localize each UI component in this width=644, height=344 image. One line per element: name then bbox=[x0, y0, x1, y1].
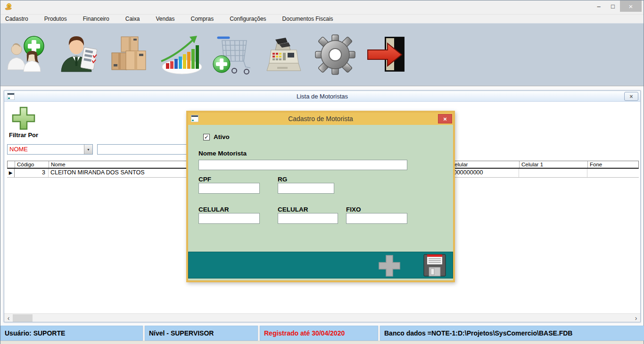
products-boxes-icon bbox=[107, 32, 152, 77]
drivers-list-close-button[interactable]: × bbox=[624, 92, 638, 101]
toolbar-button-settings[interactable] bbox=[312, 30, 359, 79]
ativo-label: Ativo bbox=[214, 133, 230, 140]
status-user-text: Usuário: SUPORTE bbox=[5, 329, 65, 337]
fixo-label: FIXO bbox=[346, 206, 361, 213]
exit-door-icon bbox=[364, 32, 409, 77]
scroll-right-icon[interactable]: › bbox=[632, 314, 640, 322]
toolbar-button-exit[interactable] bbox=[363, 30, 410, 79]
header-celular[interactable]: Celular bbox=[449, 161, 520, 168]
menu-bar: Cadastro Produtos Financeiro Caixa Venda… bbox=[0, 14, 644, 23]
driver-registration-dialog: Cadastro de Motorista × ✓ Ativo Nome Mot… bbox=[186, 111, 455, 282]
toolbar-button-purchases[interactable] bbox=[209, 30, 256, 79]
toolbar-button-sales[interactable] bbox=[157, 30, 205, 79]
toolbar-button-products[interactable] bbox=[106, 30, 153, 79]
drivers-list-title: Lista de Motoristas bbox=[297, 93, 348, 100]
celular-input[interactable] bbox=[198, 213, 260, 224]
cell-celular: 0000000000 bbox=[448, 169, 519, 177]
form-icon bbox=[7, 93, 15, 100]
title-bar: $ – □ × bbox=[0, 0, 644, 14]
status-level-text: Nível - SUPERVISOR bbox=[149, 329, 214, 337]
minimize-button[interactable]: – bbox=[592, 0, 606, 12]
new-record-button[interactable] bbox=[377, 254, 402, 278]
dialog-title: Cadastro de Motorista bbox=[288, 115, 353, 123]
cell-fone bbox=[587, 169, 639, 177]
dialog-titlebar: Cadastro de Motorista × bbox=[188, 113, 453, 125]
status-registration: Registrado até 30/04/2020 bbox=[260, 326, 378, 341]
scrollbar-thumb[interactable] bbox=[13, 314, 33, 322]
toolbar-button-cash-register[interactable] bbox=[260, 30, 307, 79]
coin-hand-icon: $ bbox=[4, 3, 13, 11]
celular-label: CELULAR bbox=[198, 206, 229, 213]
status-bar: Usuário: SUPORTE Nível - SUPERVISOR Regi… bbox=[0, 326, 644, 341]
cpf-label: CPF bbox=[198, 176, 211, 183]
menu-compras[interactable]: Compras bbox=[191, 16, 214, 22]
menu-cadastro[interactable]: Cadastro bbox=[5, 16, 28, 22]
cell-celular1 bbox=[519, 169, 587, 177]
status-user: Usuário: SUPORTE bbox=[0, 326, 143, 341]
cell-codigo: 3 bbox=[15, 169, 49, 177]
dialog-close-button[interactable]: × bbox=[438, 114, 452, 123]
menu-financeiro[interactable]: Financeiro bbox=[83, 16, 109, 22]
filter-by-label: Filtrar Por bbox=[9, 131, 38, 139]
rg-input[interactable] bbox=[278, 183, 334, 194]
toolbar-button-suppliers[interactable] bbox=[55, 30, 102, 79]
header-codigo[interactable]: Código bbox=[15, 161, 49, 168]
green-plus-icon bbox=[11, 106, 36, 131]
form-icon bbox=[191, 115, 198, 122]
dialog-action-bar bbox=[188, 252, 453, 278]
sales-chart-icon bbox=[158, 32, 204, 77]
horizontal-scrollbar[interactable]: ‹ › bbox=[4, 313, 640, 322]
nome-motorista-input[interactable] bbox=[198, 160, 407, 170]
menu-vendas[interactable]: Vendas bbox=[156, 16, 174, 22]
maximize-button[interactable]: □ bbox=[606, 0, 620, 12]
scroll-left-icon[interactable]: ‹ bbox=[4, 314, 13, 322]
status-level: Nível - SUPERVISOR bbox=[145, 326, 258, 341]
add-purchase-cart-icon bbox=[210, 32, 255, 77]
gray-plus-icon bbox=[377, 254, 402, 278]
header-fone[interactable]: Fone bbox=[588, 161, 638, 168]
status-database-text: Banco dados =NOTE-1:D:\Projetos\SysComer… bbox=[384, 329, 572, 337]
row-selector-cell: ▶ bbox=[7, 169, 15, 177]
add-clients-icon bbox=[4, 32, 50, 77]
celular2-label: CELULAR bbox=[278, 206, 308, 213]
floppy-disk-icon bbox=[423, 254, 446, 277]
toolbar bbox=[0, 23, 644, 86]
header-selector-cell bbox=[8, 161, 15, 168]
cpf-input[interactable] bbox=[198, 183, 260, 194]
celular2-input[interactable] bbox=[278, 213, 338, 224]
ativo-checkbox[interactable]: ✓ bbox=[203, 134, 210, 140]
menu-produtos[interactable]: Produtos bbox=[44, 16, 67, 22]
drivers-list-titlebar: Lista de Motoristas × bbox=[4, 91, 640, 102]
toolbar-button-add-clients[interactable] bbox=[3, 30, 50, 79]
fixo-input[interactable] bbox=[346, 213, 407, 224]
close-button[interactable]: × bbox=[620, 0, 642, 12]
cash-register-icon bbox=[261, 32, 306, 77]
filter-field-combo[interactable]: NOME ▼ bbox=[7, 144, 93, 155]
status-registration-text: Registrado até 30/04/2020 bbox=[264, 329, 345, 337]
menu-documentos-fiscais[interactable]: Documentos Fiscais bbox=[282, 16, 333, 22]
bottom-edge-strip bbox=[0, 341, 644, 344]
mdi-area: Lista de Motoristas × Filtrar Por NOME ▼ bbox=[0, 86, 644, 326]
add-driver-button[interactable] bbox=[11, 106, 36, 131]
settings-gear-icon bbox=[313, 32, 358, 77]
save-button[interactable] bbox=[423, 254, 446, 277]
supplier-icon bbox=[56, 32, 101, 77]
status-database: Banco dados =NOTE-1:D:\Projetos\SysComer… bbox=[380, 326, 644, 341]
rg-label: RG bbox=[278, 176, 287, 183]
application-window: $ – □ × Cadastro Produtos Financeiro Cai… bbox=[0, 0, 644, 344]
menu-caixa[interactable]: Caixa bbox=[125, 16, 140, 22]
filter-field-value: NOME bbox=[8, 145, 84, 154]
nome-motorista-label: Nome Motorista bbox=[198, 150, 247, 157]
dialog-body: ✓ Ativo Nome Motorista CPF RG CELULAR CE… bbox=[188, 125, 453, 280]
chevron-down-icon[interactable]: ▼ bbox=[84, 145, 92, 154]
menu-configuracoes[interactable]: Configurações bbox=[230, 16, 266, 22]
header-celular1[interactable]: Celular 1 bbox=[520, 161, 588, 168]
current-row-marker-icon: ▶ bbox=[9, 170, 13, 175]
